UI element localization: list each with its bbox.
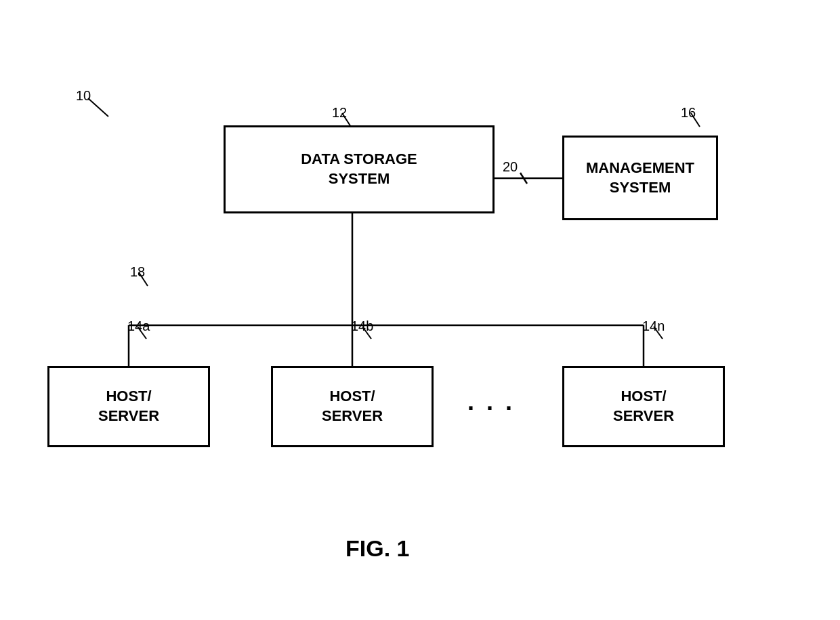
- host-server-b-box: HOST/SERVER: [271, 366, 434, 447]
- host-server-n-box: HOST/SERVER: [562, 366, 725, 447]
- host-n-ref-arrow: [650, 325, 671, 344]
- svg-line-13: [654, 327, 663, 339]
- connection-ref-label: 20: [503, 159, 518, 175]
- data-storage-box: DATA STORAGESYSTEM: [224, 125, 495, 213]
- ellipsis: . . .: [467, 388, 515, 416]
- svg-line-6: [520, 173, 527, 184]
- fig-ref-arrow: [85, 95, 119, 122]
- management-box: MANAGEMENTSYSTEM: [562, 136, 718, 220]
- host-b-ref-arrow: [359, 325, 379, 344]
- svg-line-8: [342, 113, 351, 127]
- svg-line-9: [691, 113, 700, 127]
- diagram-container: 10 12 DATA STORAGESYSTEM 16 MANAGEMENTSY…: [0, 0, 840, 620]
- host-a-ref-arrow: [134, 325, 154, 344]
- mgmt-ref-arrow: [688, 112, 708, 131]
- svg-line-10: [139, 272, 148, 286]
- svg-line-12: [362, 327, 371, 339]
- bus-ref-arrow: [135, 271, 156, 291]
- svg-line-7: [88, 98, 108, 117]
- connection-lines: [0, 0, 840, 620]
- svg-line-11: [138, 327, 146, 339]
- host-server-a-box: HOST/SERVER: [47, 366, 210, 447]
- figure-caption: FIG. 1: [345, 535, 409, 562]
